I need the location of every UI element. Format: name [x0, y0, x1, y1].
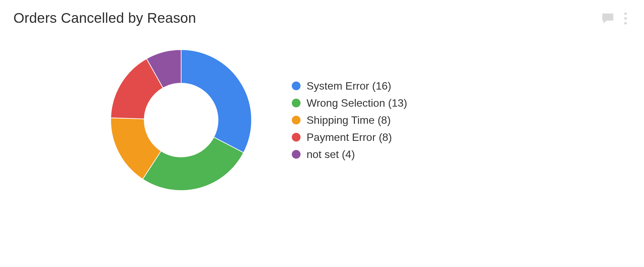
more-icon[interactable] — [624, 12, 627, 25]
legend-item[interactable]: Payment Error (8) — [292, 131, 407, 144]
donut-slice[interactable] — [181, 50, 252, 153]
card-actions — [601, 10, 631, 25]
comment-icon[interactable] — [601, 12, 614, 24]
card-title: Orders Cancelled by Reason — [13, 10, 196, 26]
legend-swatch — [292, 99, 301, 107]
donut-chart[interactable] — [107, 46, 255, 194]
svg-point-2 — [624, 22, 627, 24]
card-header: Orders Cancelled by Reason — [13, 10, 631, 26]
svg-point-0 — [624, 12, 627, 15]
legend-swatch — [292, 116, 301, 124]
legend-swatch — [292, 133, 301, 142]
legend-swatch — [292, 82, 301, 90]
legend-item[interactable]: Wrong Selection (13) — [292, 97, 407, 109]
legend-label: Payment Error (8) — [307, 131, 392, 144]
legend: System Error (16)Wrong Selection (13)Shi… — [292, 80, 407, 161]
legend-item[interactable]: System Error (16) — [292, 80, 407, 92]
legend-label: System Error (16) — [307, 80, 391, 92]
legend-label: Shipping Time (8) — [307, 114, 391, 126]
donut-slice[interactable] — [143, 137, 244, 191]
chart-body: System Error (16)Wrong Selection (13)Shi… — [107, 46, 631, 194]
legend-item[interactable]: not set (4) — [292, 148, 407, 161]
legend-item[interactable]: Shipping Time (8) — [292, 114, 407, 126]
legend-label: not set (4) — [307, 148, 355, 161]
legend-swatch — [292, 150, 301, 159]
svg-point-1 — [624, 17, 627, 20]
legend-label: Wrong Selection (13) — [307, 97, 407, 109]
chart-card: Orders Cancelled by Reason System Error … — [0, 0, 644, 267]
